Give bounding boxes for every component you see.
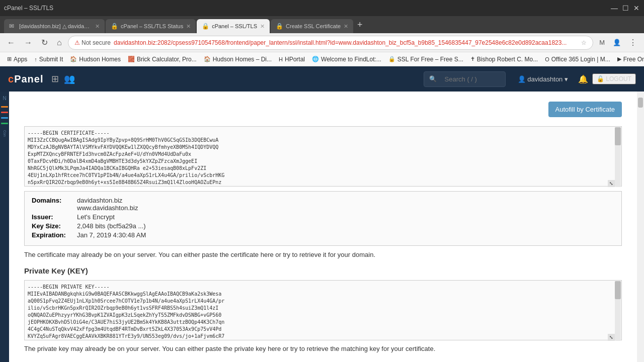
bookmark-hudson[interactable]: 🏠 Hudson Homes [67, 55, 124, 64]
domains-value: davidashton.biz www.davidashton.biz [77, 197, 138, 212]
sidebar-item-1[interactable]: N [3, 96, 6, 101]
sidebar-indicator-2 [1, 112, 8, 113]
logout-icon: 🔓 [597, 75, 604, 82]
hportal-icon: H [279, 56, 283, 62]
bishop-icon: ✝ [470, 56, 475, 62]
back-button[interactable]: ← [4, 37, 18, 48]
bookmark-hudson2-label: Hudson Homes – Di... [213, 56, 272, 63]
resize-handle[interactable]: ⤡ [608, 180, 615, 187]
tab-create-ssl[interactable]: 🔒 Create SSL Certificate ✕ [271, 19, 353, 33]
bookmark-submit[interactable]: ↑ Submit It [31, 55, 66, 64]
bookmark-hudson2[interactable]: 🏠 Hudson Homes – Di... [201, 55, 275, 64]
cpanel-header: cPanel ⊞ 👥 🔍 👤 davidashton ▾ 🔔 🔓 LOGOUT [0, 66, 644, 92]
tab-favicon-gmail: ✉ [9, 23, 16, 30]
tab-bar: ✉ [davidashton.biz] △ davidasht... ✕ 🔒 c… [0, 16, 644, 33]
key-size-label: Key Size: [32, 222, 77, 230]
sidebar-indicator-4 [1, 123, 8, 124]
bookmark-brick[interactable]: 🧱 Brick Calculator, Pro... [125, 55, 200, 64]
expiration-row: Expiration: Jan 7, 2019 4:30:48 AM [32, 231, 614, 239]
main-content: Autofill by Certificate -----BEGIN CERTI… [9, 92, 637, 362]
extensions-button[interactable]: M [596, 38, 608, 47]
bookmark-hportal[interactable]: H HPortal [276, 55, 308, 64]
url-text: davidashton.biz:2082/cpsess971054756​8/f… [114, 39, 578, 46]
notification-bell[interactable]: 🔔 [578, 74, 588, 84]
users-icon[interactable]: 👥 [64, 73, 75, 84]
tab-close-ssl-tls[interactable]: ✕ [260, 23, 265, 30]
forward-button[interactable]: → [21, 37, 35, 48]
apps-grid-icon[interactable]: ⊞ [51, 73, 59, 84]
private-key-textarea-container: -----BEGIN PRIVATE KEY----- MIIEvAIBADAN… [24, 280, 622, 342]
maximize-button[interactable]: ☐ [622, 5, 629, 12]
tab-label-ssl-tls: cPanel – SSL/TLS [212, 23, 257, 29]
brick-icon: 🧱 [128, 56, 135, 62]
bookmark-bishop[interactable]: ✝ Bishop Robert C. Mo... [467, 55, 541, 64]
close-button[interactable]: ✕ [633, 5, 640, 12]
certificate-note: The certificate may already be on your s… [24, 251, 622, 258]
address-bar[interactable]: ⚠ Not secure davidashton.biz:2082/cpsess… [68, 36, 593, 50]
private-key-textarea[interactable]: -----BEGIN PRIVATE KEY----- MIIEvAIBADAN… [24, 280, 622, 340]
tab-ssl-status[interactable]: 🔒 cPanel – SSL/TLS Status ✕ [106, 19, 196, 33]
submit-icon: ↑ [34, 56, 37, 62]
findlot-icon: 🌐 [312, 56, 319, 62]
menu-button[interactable]: ⋮ [626, 37, 640, 48]
autofill-button[interactable]: Autofill by Certificate [548, 102, 622, 117]
cert-textarea-scrollbar[interactable] [615, 127, 621, 187]
refresh-button[interactable]: ↻ [38, 37, 51, 48]
bookmark-icon[interactable]: ☆ [581, 39, 587, 46]
bookmark-submit-label: Submit It [39, 56, 63, 63]
private-key-scrollbar[interactable] [615, 281, 621, 341]
issuer-value: Let's Encrypt [77, 213, 115, 221]
domains-row: Domains: davidashton.biz www.davidashton… [32, 197, 614, 212]
cpanel-logo: cPanel [8, 73, 43, 85]
tab-close-ssl-status[interactable]: ✕ [186, 23, 191, 30]
hudson2-icon: 🏠 [204, 56, 211, 62]
issuer-row: Issuer: Let's Encrypt [32, 213, 614, 221]
search-input[interactable] [440, 73, 500, 85]
bookmark-office365[interactable]: O Office 365 Login | M... [542, 55, 613, 64]
sidebar-indicator-3 [1, 117, 8, 119]
domains-label: Domains: [32, 197, 77, 212]
security-icon: ⚠ Not secure [74, 39, 111, 46]
bookmark-apps-label: Apps [14, 56, 27, 63]
pk-resize-handle[interactable]: ⤡ [608, 334, 615, 341]
bookmark-hudson-label: Hudson Homes [79, 56, 121, 63]
profile-button[interactable]: 👤 [610, 38, 624, 47]
nav-bar: ← → ↻ ⌂ ⚠ Not secure davidashton.biz:208… [0, 33, 644, 52]
bookmark-findlot[interactable]: 🌐 Welcome to FindLot:... [309, 55, 384, 64]
key-size-value: 2,048 bits (bcf5a29a ...) [77, 222, 146, 230]
bookmark-bishop-label: Bishop Robert C. Mo... [477, 56, 538, 63]
new-tab-button[interactable]: + [354, 20, 366, 30]
bookmark-sslfree-label: SSL For Free – Free S... [397, 56, 463, 63]
window-controls: — ☐ ✕ [611, 5, 640, 12]
tab-favicon-ssl-tls: 🔒 [202, 23, 209, 30]
minimize-button[interactable]: — [611, 5, 618, 12]
key-size-row: Key Size: 2,048 bits (bcf5a29a ...) [32, 222, 614, 230]
tab-close-gmail[interactable]: ✕ [95, 23, 100, 30]
cpanel-app: cPanel ⊞ 👥 🔍 👤 davidashton ▾ 🔔 🔓 LOGOUT … [0, 66, 644, 362]
bookmark-sslfree[interactable]: 🔒 SSL For Free – Free S... [385, 55, 466, 64]
bookmarks-bar: ⊞ Apps ↑ Submit It 🏠 Hudson Homes 🧱 Bric… [0, 52, 644, 66]
hudson-icon: 🏠 [70, 56, 77, 62]
bookmark-apps[interactable]: ⊞ Apps [4, 55, 30, 64]
nav-icons: M 👤 ⋮ [596, 37, 640, 48]
home-button[interactable]: ⌂ [54, 37, 65, 48]
certificate-textarea[interactable]: -----BEGIN CERTIFICATE----- MII3ZzCCBQug… [24, 126, 622, 187]
search-icon: 🔍 [429, 75, 437, 82]
bookmark-hportal-label: HPortal [285, 56, 305, 63]
logout-button[interactable]: 🔓 LOGOUT [592, 73, 636, 84]
tab-favicon-create-ssl: 🔒 [276, 23, 283, 30]
expiration-label: Expiration: [32, 231, 77, 239]
tab-ssl-tls[interactable]: 🔒 cPanel – SSL/TLS ✕ [197, 19, 270, 33]
issuer-label: Issuer: [32, 213, 77, 221]
bookmark-video[interactable]: ▶ Free Online Video C... [614, 55, 644, 64]
certificate-info-box: Domains: davidashton.biz www.davidashton… [24, 191, 622, 246]
certificate-textarea-container: -----BEGIN CERTIFICATE----- MII3ZzCCBQug… [24, 126, 622, 188]
tab-gmail[interactable]: ✉ [davidashton.biz] △ davidasht... ✕ [4, 19, 105, 33]
bookmark-video-label: Free Online Video C... [623, 56, 644, 63]
tab-close-create-ssl[interactable]: ✕ [344, 23, 348, 30]
page-scrollbar[interactable] [637, 92, 644, 362]
expiration-value: Jan 7, 2019 4:30:48 AM [77, 231, 146, 239]
user-menu[interactable]: 👤 davidashton ▾ [518, 75, 568, 83]
apps-icon: ⊞ [7, 56, 12, 62]
sidebar: N Con [0, 92, 9, 362]
